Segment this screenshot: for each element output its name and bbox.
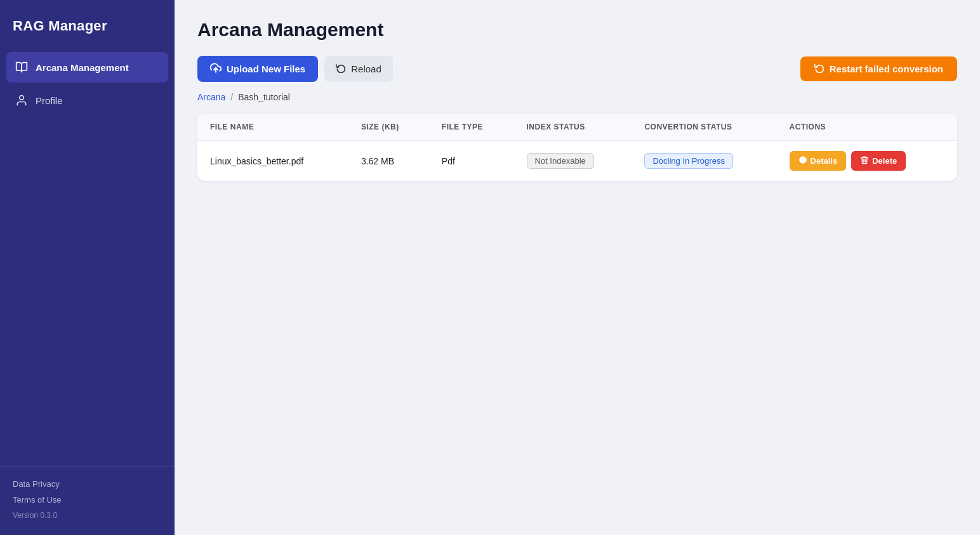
details-button-label: Details <box>811 156 838 166</box>
cell-index-status: Not Indexable <box>514 141 632 182</box>
toolbar-left: Upload New Files Reload <box>197 56 393 82</box>
trash-icon <box>860 155 869 166</box>
upload-icon <box>210 62 222 76</box>
cell-size: 3.62 MB <box>348 141 429 182</box>
page-title: Arcana Management <box>197 19 957 41</box>
terms-of-use-link[interactable]: Terms of Use <box>13 495 162 505</box>
sidebar-item-label-profile: Profile <box>36 95 63 106</box>
col-conversion-status: CONVERTION STATUS <box>632 114 776 141</box>
cell-file-name: Linux_basics_better.pdf <box>197 141 348 182</box>
restart-icon <box>814 63 824 75</box>
breadcrumb-root-link[interactable]: Arcana <box>197 92 225 102</box>
sidebar-item-arcana-management[interactable]: Arcana Management <box>6 52 168 83</box>
data-privacy-link[interactable]: Data Privacy <box>13 479 162 489</box>
sidebar-item-profile[interactable]: Profile <box>6 85 168 116</box>
files-table-card: FILE NAME SIZE (KB) FILE TYPE INDEX STAT… <box>197 114 957 181</box>
reload-icon <box>336 63 346 75</box>
col-size: SIZE (KB) <box>348 114 429 141</box>
table-row: Linux_basics_better.pdf 3.62 MB Pdf Not … <box>197 141 957 182</box>
reload-button-label: Reload <box>351 63 381 74</box>
breadcrumb-separator: / <box>230 92 233 102</box>
cell-file-type: Pdf <box>429 141 514 182</box>
upload-button[interactable]: Upload New Files <box>197 56 318 82</box>
main-content: Arcana Management Upload New Files <box>175 0 980 535</box>
version-label: Version 0.3.0 <box>13 511 162 520</box>
index-status-badge: Not Indexable <box>527 153 594 169</box>
files-table: FILE NAME SIZE (KB) FILE TYPE INDEX STAT… <box>197 114 957 181</box>
table-header-row: FILE NAME SIZE (KB) FILE TYPE INDEX STAT… <box>197 114 957 141</box>
sidebar: RAG Manager Arcana Management Profile <box>0 0 175 535</box>
svg-point-0 <box>20 96 24 100</box>
conversion-status-badge: Docling In Progress <box>644 153 732 169</box>
user-icon <box>15 94 28 107</box>
book-icon <box>15 61 28 74</box>
upload-button-label: Upload New Files <box>227 63 305 74</box>
sidebar-item-label-arcana: Arcana Management <box>36 62 129 73</box>
col-file-type: FILE TYPE <box>429 114 514 141</box>
delete-button-label: Delete <box>872 156 897 166</box>
restart-button[interactable]: Restart failed conversion <box>800 56 957 81</box>
restart-button-label: Restart failed conversion <box>830 63 943 74</box>
sidebar-footer: Data Privacy Terms of Use Version 0.3.0 <box>0 466 175 535</box>
breadcrumb: Arcana / Bash_tutorial <box>197 92 957 102</box>
info-icon <box>798 155 807 166</box>
cell-conversion-status: Docling In Progress <box>632 141 776 182</box>
reload-button[interactable]: Reload <box>324 56 393 82</box>
cell-actions: Details <box>777 141 957 182</box>
app-logo: RAG Manager <box>0 0 175 47</box>
action-buttons: Details <box>790 151 944 171</box>
toolbar: Upload New Files Reload Restart fai <box>197 56 957 82</box>
sidebar-nav: Arcana Management Profile <box>0 47 175 466</box>
delete-button[interactable]: Delete <box>851 151 906 171</box>
col-index-status: INDEX STATUS <box>514 114 632 141</box>
col-file-name: FILE NAME <box>197 114 348 141</box>
breadcrumb-current: Bash_tutorial <box>238 92 290 102</box>
col-actions: ACTIONS <box>777 114 957 141</box>
details-button[interactable]: Details <box>790 151 847 171</box>
